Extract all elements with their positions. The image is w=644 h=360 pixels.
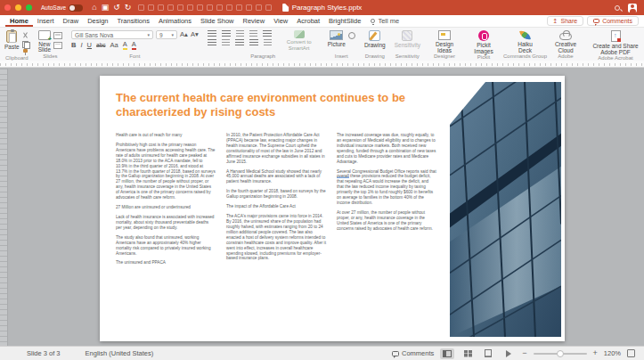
- grammar-flagged-word: overall: [337, 174, 349, 178]
- tab-design[interactable]: Design: [83, 15, 112, 27]
- tab-transitions[interactable]: Transitions: [112, 15, 153, 27]
- design-ideas-label: Design Ideas: [429, 41, 460, 53]
- shapes-icon[interactable]: [348, 32, 355, 39]
- decrease-font-button[interactable]: A▾: [191, 31, 199, 38]
- haiku-deck-icon: [519, 29, 531, 41]
- reading-view-button[interactable]: [481, 348, 495, 359]
- increase-font-button[interactable]: A▴: [180, 31, 188, 38]
- bullets-icon[interactable]: [208, 30, 216, 37]
- cut-icon[interactable]: [22, 32, 29, 38]
- tab-brightslide[interactable]: BrightSlide: [324, 15, 365, 27]
- format-painter-icon[interactable]: [22, 49, 29, 55]
- highlight-color-button[interactable]: A: [123, 41, 127, 50]
- tab-draw[interactable]: Draw: [59, 15, 84, 27]
- fit-to-window-icon[interactable]: [627, 349, 635, 357]
- new-slide-button[interactable]: New Slide: [38, 30, 51, 53]
- decrease-indent-icon[interactable]: [236, 30, 244, 37]
- tab-slide-show[interactable]: Slide Show: [196, 15, 239, 27]
- slide-title-textbox[interactable]: The current health care environment cont…: [116, 91, 463, 119]
- comments-toggle[interactable]: Comments: [392, 349, 434, 357]
- slide-sorter-view-button[interactable]: [461, 348, 475, 359]
- group-insert: Picture Insert: [323, 28, 360, 61]
- paste-button[interactable]: Paste: [4, 30, 20, 50]
- comments-button[interactable]: Comments: [587, 16, 639, 26]
- search-icon[interactable]: [615, 5, 620, 11]
- drawing-button[interactable]: Drawing: [364, 30, 386, 48]
- increase-indent-icon[interactable]: [249, 30, 257, 37]
- copy-icon[interactable]: [22, 41, 29, 47]
- create-share-pdf-button[interactable]: Create and Share Adobe PDF: [589, 30, 642, 55]
- slideshow-button[interactable]: [501, 348, 516, 359]
- font-color-button[interactable]: A: [132, 41, 136, 50]
- align-center-icon[interactable]: [222, 39, 230, 46]
- bold-button[interactable]: B: [71, 42, 76, 49]
- picture-button[interactable]: Picture: [328, 30, 346, 47]
- pickit-images-button[interactable]: Pickit Images: [469, 30, 499, 54]
- columns-icon[interactable]: [264, 39, 272, 46]
- slide-body-textbox[interactable]: Health care is out of reach for many Pro…: [116, 133, 436, 270]
- text-column-2[interactable]: In 2010, the Patient Protection Affordab…: [226, 133, 326, 270]
- zoom-in-button[interactable]: +: [593, 349, 598, 357]
- autosave-switch-icon[interactable]: [69, 4, 83, 12]
- text-column-3[interactable]: The increased coverage was due, roughly …: [337, 133, 436, 270]
- text-column-1[interactable]: Health care is out of reach for many Pro…: [116, 133, 216, 270]
- tell-me-control[interactable]: Tell me: [371, 17, 399, 25]
- document-title: Paragraph Styles.pptx: [292, 4, 363, 12]
- status-bar: Slide 3 of 3 English (United States) Com…: [0, 346, 644, 360]
- line-spacing-icon[interactable]: [263, 30, 272, 37]
- italic-button[interactable]: I: [81, 42, 83, 49]
- comment-icon: [593, 19, 599, 23]
- redo-icon[interactable]: ↻: [125, 4, 132, 12]
- group-label-insert: Insert: [335, 53, 348, 61]
- numbering-icon[interactable]: [222, 30, 231, 37]
- building-photo[interactable]: [450, 82, 561, 337]
- font-size-select[interactable]: 9 ▾: [156, 30, 177, 39]
- autosave-toggle[interactable]: AutoSave: [41, 4, 83, 12]
- justify-icon[interactable]: [249, 39, 258, 46]
- align-right-icon[interactable]: [235, 39, 244, 46]
- chevron-down-icon: ▾: [148, 32, 151, 37]
- zoom-level[interactable]: 120%: [604, 349, 621, 357]
- layout-icon[interactable]: [53, 32, 62, 39]
- slide-canvas[interactable]: The current health care environment cont…: [100, 76, 565, 341]
- creative-cloud-button[interactable]: Creative Cloud: [551, 30, 580, 53]
- section-icon[interactable]: [53, 42, 62, 49]
- paragraph: The impact of the Affordable Care Act: [226, 204, 326, 209]
- tab-acrobat[interactable]: Acrobat: [292, 15, 324, 27]
- account-avatar[interactable]: [628, 4, 637, 12]
- align-left-icon[interactable]: [208, 39, 216, 46]
- strikethrough-button[interactable]: abc: [96, 43, 105, 49]
- tab-review[interactable]: Review: [239, 15, 270, 27]
- fullscreen-window-button[interactable]: [26, 4, 32, 11]
- normal-view-button[interactable]: [440, 348, 454, 359]
- zoom-out-button[interactable]: −: [522, 349, 526, 357]
- zoom-slider-knob[interactable]: [557, 350, 564, 357]
- tab-home[interactable]: Home: [5, 15, 33, 27]
- toolbar-icon: [158, 4, 164, 11]
- haiku-deck-label: Haiku Deck: [511, 41, 540, 53]
- undo-icon[interactable]: ↺: [113, 4, 120, 12]
- tab-insert[interactable]: Insert: [33, 15, 59, 27]
- minimize-window-button[interactable]: [15, 4, 21, 11]
- tab-view[interactable]: View: [269, 15, 292, 27]
- change-case-button[interactable]: Aa: [110, 42, 118, 49]
- share-button[interactable]: ↥ Share: [547, 16, 584, 26]
- home-icon[interactable]: ⌂: [92, 4, 96, 12]
- smartart-icon: [294, 30, 305, 38]
- save-icon[interactable]: ▣: [102, 4, 110, 12]
- font-name-select[interactable]: Gill Sans Nova ▾: [71, 30, 153, 39]
- paragraph: In 2010, the Patient Protection Affordab…: [226, 133, 326, 165]
- convert-smartart-button[interactable]: Convert to SmartArt: [280, 30, 319, 52]
- haiku-deck-button[interactable]: Haiku Deck: [511, 30, 540, 53]
- tab-animations[interactable]: Animations: [154, 15, 196, 27]
- clipboard-icon: [6, 30, 17, 43]
- design-ideas-button[interactable]: Design Ideas: [429, 30, 460, 53]
- group-label-drawing: Drawing: [365, 53, 385, 61]
- language-indicator[interactable]: English (United States): [86, 349, 154, 357]
- underline-button[interactable]: U: [87, 42, 92, 49]
- pencil-icon: [369, 30, 380, 41]
- close-window-button[interactable]: [4, 4, 11, 11]
- zoom-slider[interactable]: [534, 353, 587, 355]
- group-clipboard: Paste Clipboard: [0, 28, 34, 61]
- group-sensitivity: Sensitivity Sensitivity: [390, 28, 425, 61]
